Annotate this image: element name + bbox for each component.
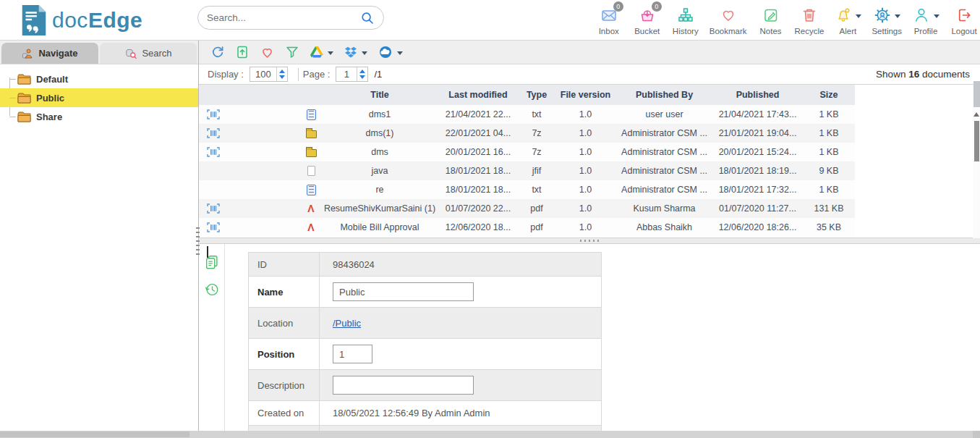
page-total: /1 <box>374 69 382 80</box>
col-published-by[interactable]: Published By <box>616 90 712 100</box>
alert-bell-icon <box>835 7 852 24</box>
logout-label: Logout <box>951 27 976 35</box>
profile-button[interactable]: Profile <box>911 4 940 35</box>
table-row[interactable]: Λ Mobile Bill Approval 12/06/2020 18... … <box>199 218 855 237</box>
header-actions: 0 Inbox 0 Bucket <box>595 4 980 35</box>
google-drive-button[interactable] <box>310 45 333 59</box>
doc-file-version: 1.0 <box>555 185 616 195</box>
inbox-label: Inbox <box>599 27 619 35</box>
tab-navigate[interactable]: Navigate <box>1 43 98 64</box>
tab-search[interactable]: Search <box>100 43 197 64</box>
property-row-location: Location /Public <box>249 308 601 339</box>
recycle-button[interactable]: Recycle <box>795 4 825 35</box>
settings-button[interactable]: Settings <box>872 4 902 35</box>
doc-size: 1 KB <box>803 109 855 119</box>
sidebar-resize-grip[interactable] <box>196 227 200 255</box>
doc-published: 21/04/2021 17:43... <box>712 109 803 119</box>
created-on-value: 18/05/2021 12:56:49 By Admin Admin <box>320 408 601 418</box>
doc-published-by: Administrator CSM ... <box>616 128 712 138</box>
id-value: 98436024 <box>320 259 601 270</box>
tree-node-default[interactable]: Default <box>0 70 198 88</box>
bucket-button[interactable]: 0 Bucket <box>633 4 662 35</box>
col-published[interactable]: Published <box>712 90 803 100</box>
horizontal-scrollbar-thumb[interactable] <box>0 431 189 437</box>
upload-document-button[interactable] <box>235 45 250 59</box>
properties-document-icon <box>204 254 220 271</box>
folder-details-panel: ID 98436024 Name Location /Public Positi… <box>199 244 980 431</box>
page-label: Page : <box>303 69 331 80</box>
doc-last-modified: 22/01/2021 04... <box>438 128 519 138</box>
doc-type: 7z <box>519 128 555 138</box>
tree-node-public[interactable]: Public <box>0 88 198 107</box>
property-row-created: Created on 18/05/2021 12:56:49 By Admin … <box>249 401 601 426</box>
col-type[interactable]: Type <box>519 90 555 100</box>
generic-file-icon <box>307 166 315 176</box>
archive-file-icon <box>306 130 317 138</box>
dropbox-button[interactable] <box>344 45 367 59</box>
col-size[interactable]: Size <box>803 90 855 100</box>
property-row-name: Name <box>249 277 601 308</box>
horizontal-scrollbar[interactable] <box>0 431 980 438</box>
properties-button[interactable] <box>204 254 220 271</box>
doc-type: pdf <box>519 203 555 214</box>
table-row[interactable]: Λ ResumeShivKumarSaini (1) 01/07/2020 22… <box>199 199 855 218</box>
dropbox-icon <box>344 45 358 59</box>
main-panel: Display : Page : /1 Shown 16 documents <box>199 41 980 431</box>
inbox-button[interactable]: 0 Inbox <box>595 4 623 35</box>
doc-published-by: user user <box>616 109 712 119</box>
doc-last-modified: 21/04/2021 22... <box>438 109 519 119</box>
doc-last-modified: 20/01/2021 16... <box>438 147 519 157</box>
table-row[interactable]: java 18/01/2021 18... jfif 1.0 Administr… <box>199 161 855 180</box>
tree-node-label: Share <box>36 111 62 122</box>
sidebar-tabs: Navigate Search <box>0 41 198 64</box>
table-row[interactable]: dms(1) 22/01/2021 04... 7z 1.0 Administr… <box>199 124 855 143</box>
app-logo[interactable]: docEdge <box>20 4 179 36</box>
doc-size: 9 KB <box>803 166 855 176</box>
notes-button[interactable]: Notes <box>757 4 785 35</box>
refresh-button[interactable] <box>210 45 225 59</box>
settings-label: Settings <box>872 27 902 35</box>
doc-published: 12/06/2020 18:26... <box>712 222 803 232</box>
name-input[interactable] <box>333 282 474 301</box>
search-input[interactable] <box>207 12 360 23</box>
scrollbar-thumb[interactable] <box>974 121 979 161</box>
table-row[interactable]: dms 20/01/2021 16... 7z 1.0 Administrato… <box>199 143 855 161</box>
display-count-spinner[interactable] <box>276 67 287 81</box>
barcode-icon <box>207 128 220 138</box>
recycle-trash-icon <box>801 7 818 24</box>
scroll-up-arrow-icon[interactable] <box>973 112 979 117</box>
table-row[interactable]: re 18/01/2021 18... txt 1.0 Administrato… <box>199 180 855 199</box>
doc-type: jfif <box>519 166 555 176</box>
alert-button[interactable]: Alert <box>833 4 862 35</box>
filter-button[interactable] <box>285 45 299 59</box>
bookmark-button[interactable]: Bookmark <box>710 4 747 35</box>
table-vertical-scrollbar[interactable] <box>973 85 980 238</box>
table-row[interactable]: dms1 21/04/2021 22... txt 1.0 user user … <box>199 105 855 124</box>
search-icon[interactable] <box>360 11 375 25</box>
display-count-input[interactable] <box>250 69 276 80</box>
doc-file-version: 1.0 <box>555 203 616 214</box>
favorite-button[interactable] <box>260 45 275 59</box>
col-title[interactable]: Title <box>322 90 438 100</box>
navigation-sidebar: Navigate Search Default <box>0 41 199 431</box>
onedrive-button[interactable] <box>378 45 403 59</box>
page-number-input[interactable] <box>336 69 357 80</box>
doc-title: Mobile Bill Approval <box>322 222 438 232</box>
page-number-spinner[interactable] <box>357 67 367 81</box>
settings-gear-icon <box>874 7 891 24</box>
doc-file-version: 1.0 <box>555 147 616 157</box>
tree-node-share[interactable]: Share <box>0 107 198 126</box>
position-input[interactable] <box>333 345 372 363</box>
history-button[interactable]: History <box>671 4 700 35</box>
folder-icon <box>17 74 31 85</box>
version-history-button[interactable] <box>204 282 220 298</box>
col-file-version[interactable]: File version <box>555 90 616 100</box>
col-last-modified[interactable]: Last modified <box>438 90 519 100</box>
barcode-icon <box>207 109 220 119</box>
archive-file-icon <box>306 149 317 157</box>
horizontal-splitter[interactable] <box>199 237 980 244</box>
logout-button[interactable]: Logout <box>950 4 979 35</box>
description-input[interactable] <box>333 376 474 395</box>
location-link[interactable]: /Public <box>333 318 361 329</box>
shown-documents: Shown 16 documents <box>876 69 980 80</box>
